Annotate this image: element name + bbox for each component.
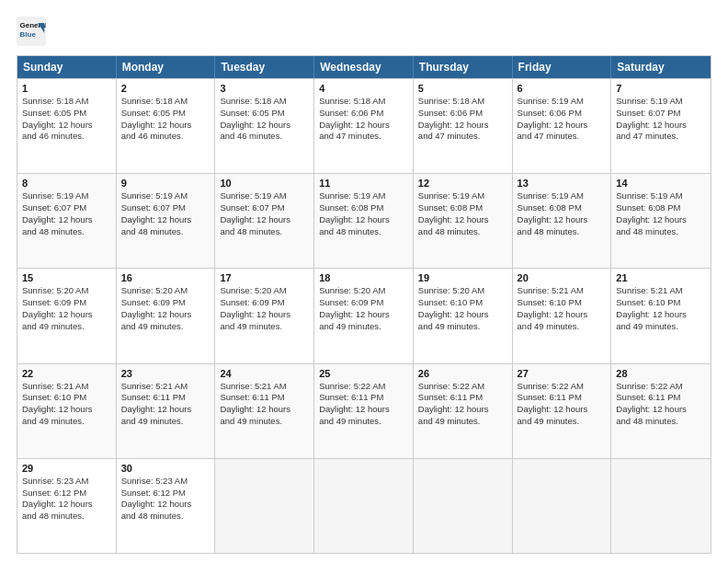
cell-dl1: Daylight: 12 hours — [220, 309, 309, 321]
cell-rise: Sunrise: 5:21 AM — [220, 381, 309, 393]
page: General Blue SundayMondayTuesdayWednesda… — [0, 0, 728, 563]
day-number: 25 — [319, 368, 408, 379]
calendar-row-1: 1Sunrise: 5:18 AMSunset: 6:05 PMDaylight… — [17, 78, 711, 173]
cell-rise: Sunrise: 5:21 AM — [121, 381, 210, 393]
calendar-cell: 10Sunrise: 5:19 AMSunset: 6:07 PMDayligh… — [215, 174, 314, 268]
cell-rise: Sunrise: 5:19 AM — [616, 190, 706, 202]
cell-rise: Sunrise: 5:18 AM — [121, 96, 210, 108]
cell-set: Sunset: 6:09 PM — [22, 297, 111, 309]
cell-dl2: and 49 minutes. — [319, 321, 408, 333]
cell-dl1: Daylight: 12 hours — [319, 404, 408, 416]
calendar-cell: 22Sunrise: 5:21 AMSunset: 6:10 PMDayligh… — [17, 364, 117, 458]
cell-dl1: Daylight: 12 hours — [121, 120, 210, 132]
cell-set: Sunset: 6:12 PM — [121, 488, 210, 500]
day-number: 26 — [418, 368, 507, 379]
cell-set: Sunset: 6:11 PM — [220, 392, 309, 404]
day-number: 16 — [121, 272, 210, 283]
cell-set: Sunset: 6:11 PM — [518, 392, 607, 404]
cell-dl1: Daylight: 12 hours — [319, 309, 408, 321]
day-number: 21 — [616, 272, 706, 283]
header-day-tuesday: Tuesday — [215, 56, 314, 78]
calendar-row-5: 29Sunrise: 5:23 AMSunset: 6:12 PMDayligh… — [17, 458, 711, 553]
cell-dl2: and 48 minutes. — [220, 226, 309, 238]
calendar-cell: 27Sunrise: 5:22 AMSunset: 6:11 PMDayligh… — [513, 364, 612, 458]
cell-rise: Sunrise: 5:21 AM — [22, 381, 111, 393]
cell-dl2: and 46 minutes. — [220, 131, 309, 143]
header-day-monday: Monday — [117, 56, 216, 78]
cell-set: Sunset: 6:12 PM — [22, 488, 111, 500]
calendar-row-4: 22Sunrise: 5:21 AMSunset: 6:10 PMDayligh… — [17, 363, 711, 458]
calendar-cell — [215, 459, 314, 553]
calendar-cell: 19Sunrise: 5:20 AMSunset: 6:10 PMDayligh… — [414, 269, 513, 362]
cell-rise: Sunrise: 5:19 AM — [319, 190, 408, 202]
cell-dl1: Daylight: 12 hours — [220, 120, 309, 132]
cell-dl2: and 47 minutes. — [616, 131, 706, 143]
cell-dl2: and 49 minutes. — [616, 321, 706, 333]
cell-set: Sunset: 6:11 PM — [616, 392, 706, 404]
day-number: 22 — [22, 368, 111, 379]
cell-set: Sunset: 6:07 PM — [22, 202, 111, 214]
cell-dl1: Daylight: 12 hours — [518, 120, 607, 132]
cell-dl1: Daylight: 12 hours — [616, 214, 706, 226]
calendar-cell: 4Sunrise: 5:18 AMSunset: 6:06 PMDaylight… — [314, 79, 414, 173]
calendar-cell: 8Sunrise: 5:19 AMSunset: 6:07 PMDaylight… — [17, 174, 117, 268]
cell-dl2: and 49 minutes. — [22, 416, 111, 428]
cell-dl2: and 48 minutes. — [121, 226, 210, 238]
cell-dl2: and 46 minutes. — [22, 131, 111, 143]
cell-rise: Sunrise: 5:20 AM — [418, 285, 507, 297]
cell-set: Sunset: 6:07 PM — [121, 202, 210, 214]
cell-dl2: and 49 minutes. — [518, 321, 607, 333]
day-number: 12 — [418, 178, 507, 189]
cell-set: Sunset: 6:07 PM — [220, 202, 309, 214]
cell-dl1: Daylight: 12 hours — [616, 404, 706, 416]
calendar-cell — [611, 459, 711, 553]
cell-set: Sunset: 6:09 PM — [220, 297, 309, 309]
cell-dl1: Daylight: 12 hours — [22, 214, 111, 226]
calendar-cell: 26Sunrise: 5:22 AMSunset: 6:11 PMDayligh… — [414, 364, 513, 458]
calendar-cell: 5Sunrise: 5:18 AMSunset: 6:06 PMDaylight… — [414, 79, 513, 173]
cell-rise: Sunrise: 5:21 AM — [616, 285, 706, 297]
calendar-cell: 28Sunrise: 5:22 AMSunset: 6:11 PMDayligh… — [611, 364, 711, 458]
cell-dl1: Daylight: 12 hours — [319, 214, 408, 226]
day-number: 17 — [220, 272, 309, 283]
logo-icon: General Blue — [17, 17, 46, 46]
cell-rise: Sunrise: 5:19 AM — [220, 190, 309, 202]
header-day-friday: Friday — [513, 56, 612, 78]
cell-rise: Sunrise: 5:19 AM — [518, 96, 607, 108]
day-number: 8 — [22, 178, 111, 189]
cell-dl1: Daylight: 12 hours — [418, 120, 507, 132]
calendar-cell: 24Sunrise: 5:21 AMSunset: 6:11 PMDayligh… — [215, 364, 314, 458]
cell-set: Sunset: 6:08 PM — [418, 202, 507, 214]
cell-set: Sunset: 6:07 PM — [616, 108, 706, 120]
calendar-cell: 16Sunrise: 5:20 AMSunset: 6:09 PMDayligh… — [117, 269, 216, 362]
cell-dl1: Daylight: 12 hours — [220, 404, 309, 416]
calendar-cell: 29Sunrise: 5:23 AMSunset: 6:12 PMDayligh… — [17, 459, 117, 553]
day-number: 13 — [518, 178, 607, 189]
header-day-sunday: Sunday — [17, 56, 117, 78]
cell-dl2: and 48 minutes. — [616, 416, 706, 428]
day-number: 3 — [220, 83, 309, 94]
calendar-cell: 30Sunrise: 5:23 AMSunset: 6:12 PMDayligh… — [117, 459, 216, 553]
calendar: SundayMondayTuesdayWednesdayThursdayFrid… — [17, 55, 711, 554]
cell-rise: Sunrise: 5:21 AM — [518, 285, 607, 297]
calendar-cell: 25Sunrise: 5:22 AMSunset: 6:11 PMDayligh… — [314, 364, 414, 458]
cell-rise: Sunrise: 5:19 AM — [518, 190, 607, 202]
day-number: 1 — [22, 83, 111, 94]
cell-set: Sunset: 6:11 PM — [418, 392, 507, 404]
calendar-cell: 6Sunrise: 5:19 AMSunset: 6:06 PMDaylight… — [513, 79, 612, 173]
cell-set: Sunset: 6:08 PM — [616, 202, 706, 214]
cell-dl2: and 49 minutes. — [418, 321, 507, 333]
cell-dl2: and 49 minutes. — [518, 416, 607, 428]
cell-set: Sunset: 6:08 PM — [319, 202, 408, 214]
calendar-header: SundayMondayTuesdayWednesdayThursdayFrid… — [17, 56, 711, 78]
cell-set: Sunset: 6:05 PM — [22, 108, 111, 120]
header-day-thursday: Thursday — [414, 56, 513, 78]
cell-dl1: Daylight: 12 hours — [121, 214, 210, 226]
cell-dl1: Daylight: 12 hours — [418, 214, 507, 226]
calendar-cell: 3Sunrise: 5:18 AMSunset: 6:05 PMDaylight… — [215, 79, 314, 173]
cell-rise: Sunrise: 5:20 AM — [22, 285, 111, 297]
cell-set: Sunset: 6:05 PM — [121, 108, 210, 120]
cell-dl2: and 48 minutes. — [616, 226, 706, 238]
header-day-wednesday: Wednesday — [314, 56, 414, 78]
calendar-cell: 2Sunrise: 5:18 AMSunset: 6:05 PMDaylight… — [117, 79, 216, 173]
